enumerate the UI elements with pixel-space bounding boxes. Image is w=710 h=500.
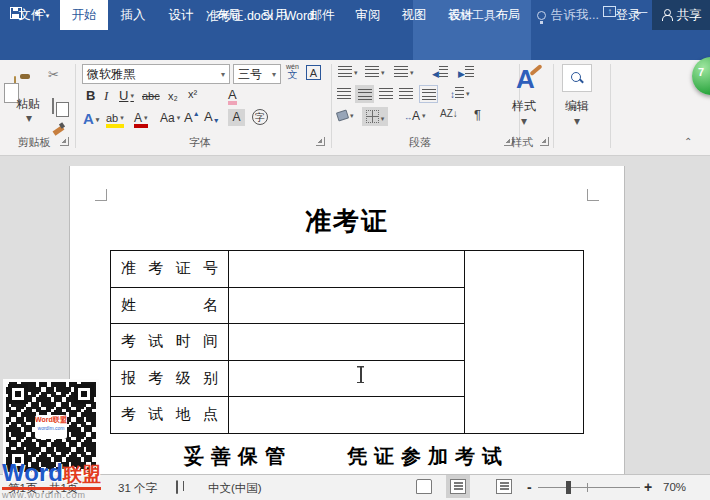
sort-icon[interactable]: AZ↓	[440, 109, 458, 119]
shrink-font-icon[interactable]: A▼	[204, 110, 220, 124]
photo-cell[interactable]	[465, 251, 584, 434]
editing-dropdown-caret-icon[interactable]: ▾	[574, 115, 580, 127]
line-spacing-icon[interactable]: ↕	[450, 87, 470, 100]
cut-icon[interactable]: ✂	[48, 68, 59, 81]
text-effects-icon[interactable]: A	[83, 111, 99, 126]
row-label-exam-location[interactable]: 考 试 地 点	[111, 397, 229, 434]
read-mode-icon[interactable]	[416, 479, 432, 494]
align-right-icon[interactable]	[379, 88, 393, 101]
enclose-characters-icon[interactable]: 字	[252, 109, 268, 125]
italic-button[interactable]: I	[104, 89, 108, 102]
language-status[interactable]: 中文(中国)	[208, 481, 262, 496]
cell-exam-location-value[interactable]	[229, 397, 465, 434]
watermark-league: 联盟	[63, 464, 101, 485]
grow-font-icon[interactable]: A▲	[184, 110, 200, 124]
find-button[interactable]	[562, 64, 592, 92]
paragraph-group-label: 段落	[395, 135, 445, 150]
clipboard-dialog-launcher-icon[interactable]	[60, 137, 69, 146]
font-size-caret-icon[interactable]: ▾	[272, 70, 276, 79]
margin-corner-mark	[587, 189, 599, 201]
ribbon: 粘贴 ▾ ✂ 剪贴板 微软雅黑▾ 三号▾ wén 文 A B I U abc x…	[0, 60, 710, 156]
multilevel-list-icon[interactable]	[394, 66, 414, 79]
admission-ticket-table[interactable]: 准 考 证 号 姓 名 考 试 时 间 报 考 级 别 考 试 地	[110, 250, 584, 434]
editing-button-label[interactable]: 编辑	[558, 100, 596, 112]
phonetic-guide-icon[interactable]: wén 文	[286, 63, 299, 80]
collapse-ribbon-icon[interactable]: ⌃	[684, 136, 692, 147]
bold-button[interactable]: B	[86, 89, 95, 102]
share-button[interactable]: 共享	[652, 0, 710, 30]
document-canvas[interactable]: 准考证 准 考 证 号 姓 名 考 试 时 间 报 考 级 别	[0, 156, 710, 474]
font-size-combo[interactable]: 三号▾	[233, 64, 281, 84]
document-page[interactable]: 准考证 准 考 证 号 姓 名 考 试 时 间 报 考 级 别	[70, 166, 624, 474]
clear-formatting-icon[interactable]: A	[228, 88, 237, 105]
tab-mailings[interactable]: 邮件	[299, 0, 345, 30]
cell-exam-level-value[interactable]	[229, 360, 465, 397]
print-layout-icon[interactable]	[450, 479, 466, 494]
superscript-button[interactable]: x²	[188, 89, 197, 100]
word-count[interactable]: 31 个字	[118, 481, 157, 496]
distribute-text-icon[interactable]	[419, 85, 438, 103]
cell-exam-time-value[interactable]	[229, 324, 465, 361]
align-center-icon[interactable]	[355, 85, 374, 103]
font-name-combo[interactable]: 微软雅黑▾	[82, 64, 230, 84]
web-layout-icon[interactable]	[496, 479, 512, 494]
align-left-icon[interactable]	[337, 88, 351, 101]
tab-table-design[interactable]: 设计	[438, 0, 484, 30]
paste-button-label[interactable]: 粘贴	[8, 98, 48, 110]
font-dialog-launcher-icon[interactable]	[316, 137, 325, 146]
zoom-out-button[interactable]: -	[527, 479, 532, 495]
paste-icon[interactable]	[14, 76, 16, 92]
change-case-icon[interactable]: Aa	[160, 112, 180, 124]
zoom-slider-track[interactable]	[538, 487, 640, 488]
tab-review[interactable]: 审阅	[345, 0, 391, 30]
increase-indent-icon[interactable]: ▶	[458, 66, 474, 79]
tab-home[interactable]: 开始	[60, 0, 108, 30]
proofing-book-icon[interactable]	[176, 480, 178, 494]
row-label-ticket-number[interactable]: 准 考 证 号	[111, 251, 229, 288]
tab-design[interactable]: 设计	[158, 0, 204, 30]
borders-button[interactable]	[362, 107, 388, 126]
justify-icon[interactable]	[399, 88, 413, 101]
zoom-in-button[interactable]: +	[644, 479, 652, 495]
tab-view[interactable]: 视图	[391, 0, 437, 30]
character-border-icon[interactable]: A	[306, 65, 321, 80]
watermark-word: Word	[2, 459, 63, 486]
row-label-name[interactable]: 姓 名	[111, 287, 229, 324]
row-label-exam-time[interactable]: 考 试 时 间	[111, 324, 229, 361]
tab-insert[interactable]: 插入	[110, 0, 156, 30]
subscript-button[interactable]: x₂	[168, 91, 178, 102]
tab-file[interactable]: 文件	[8, 0, 54, 30]
font-name-caret-icon[interactable]: ▾	[221, 70, 225, 79]
ticket-caption: 妥善保管 凭证参加考试	[110, 443, 583, 470]
copy-icon[interactable]	[52, 98, 54, 114]
row-label-exam-level[interactable]: 报 考 级 别	[111, 360, 229, 397]
tab-table-layout[interactable]: 布局	[485, 0, 531, 30]
cell-ticket-number-value[interactable]	[229, 251, 465, 288]
bullets-icon[interactable]	[338, 66, 358, 79]
asian-layout-icon[interactable]: ↔A	[404, 110, 426, 122]
document-heading[interactable]: 准考证	[70, 204, 624, 239]
decrease-indent-icon[interactable]: ◀	[432, 66, 448, 79]
tab-layout[interactable]: 布局	[205, 0, 251, 30]
styles-gallery-icon[interactable]: A	[516, 64, 535, 94]
font-name-value: 微软雅黑	[87, 66, 135, 83]
tab-references[interactable]: 引用	[252, 0, 298, 30]
show-hide-marks-icon[interactable]: ¶	[474, 108, 481, 121]
highlight-color-icon[interactable]: ab	[106, 113, 124, 128]
strikethrough-button[interactable]: abc	[142, 91, 160, 102]
zoom-slider-thumb[interactable]	[566, 481, 571, 494]
styles-button-label[interactable]: 样式	[500, 100, 548, 112]
qr-logo-text: Word联盟	[35, 415, 67, 425]
underline-button[interactable]: U	[119, 89, 134, 102]
tell-me-box[interactable]: 告诉我...	[537, 0, 599, 30]
shading-bucket-icon[interactable]	[337, 110, 354, 122]
paste-dropdown-caret-icon[interactable]: ▾	[26, 112, 32, 124]
styles-dropdown-caret-icon[interactable]: ▾	[521, 115, 527, 127]
character-shading-icon[interactable]: A	[228, 109, 245, 126]
numbering-icon[interactable]	[365, 66, 385, 79]
sign-in-button[interactable]: 登录	[608, 0, 648, 30]
zoom-level[interactable]: 70%	[663, 481, 686, 493]
styles-dialog-launcher-icon[interactable]	[540, 137, 549, 146]
font-color-icon[interactable]: A	[134, 112, 148, 128]
cell-name-value[interactable]	[229, 287, 465, 324]
